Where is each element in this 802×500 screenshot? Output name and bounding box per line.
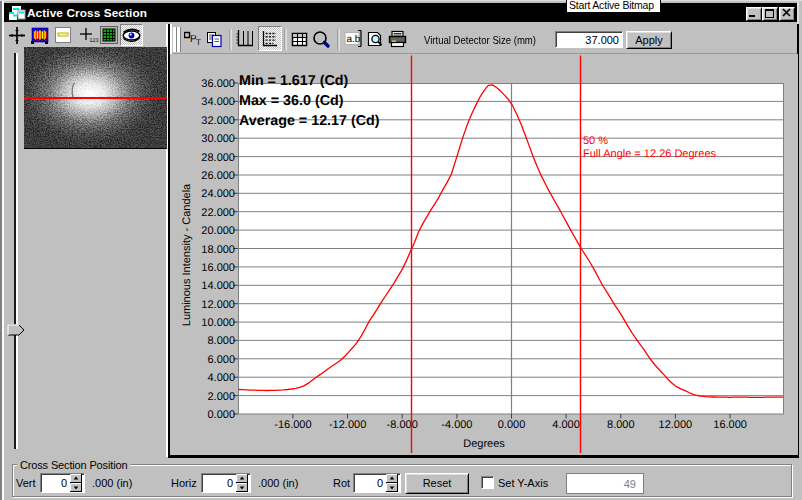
svg-text:2.000: 2.000 bbox=[207, 391, 235, 403]
svg-text:50 %: 50 % bbox=[583, 135, 608, 147]
svg-text:4.000: 4.000 bbox=[207, 372, 235, 384]
svg-text:18.000: 18.000 bbox=[201, 244, 235, 256]
svg-text:Luminous Intensity - Candela: Luminous Intensity - Candela bbox=[181, 183, 193, 326]
svg-text:123: 123 bbox=[90, 38, 99, 44]
svg-text:Average = 12.17 (Cd): Average = 12.17 (Cd) bbox=[239, 113, 380, 129]
svg-text:T: T bbox=[196, 38, 201, 47]
svg-text:20.000: 20.000 bbox=[201, 225, 235, 237]
svg-text:0.000: 0.000 bbox=[207, 409, 235, 421]
svg-text:Max = 36.0 (Cd): Max = 36.0 (Cd) bbox=[239, 93, 344, 109]
svg-text:34.000: 34.000 bbox=[201, 96, 235, 108]
svg-text:26.000: 26.000 bbox=[201, 170, 235, 182]
svg-text:4.000: 4.000 bbox=[552, 419, 580, 431]
svg-text:16.000: 16.000 bbox=[201, 262, 235, 274]
svg-text:16.000: 16.000 bbox=[713, 419, 747, 431]
svg-text:14.000: 14.000 bbox=[201, 280, 235, 292]
svg-text:a.b: a.b bbox=[347, 34, 361, 45]
svg-text:24.000: 24.000 bbox=[201, 188, 235, 200]
svg-text:-4.000: -4.000 bbox=[441, 419, 472, 431]
svg-text:12.000: 12.000 bbox=[201, 299, 235, 311]
svg-text:10.000: 10.000 bbox=[201, 317, 235, 329]
svg-text:-16.000: -16.000 bbox=[274, 419, 311, 431]
svg-text:36.000: 36.000 bbox=[201, 78, 235, 90]
svg-text:-12.000: -12.000 bbox=[329, 419, 366, 431]
svg-text:30.000: 30.000 bbox=[201, 133, 235, 145]
svg-text:Full Angle = 12.26 Degrees: Full Angle = 12.26 Degrees bbox=[583, 148, 717, 160]
svg-text:Min = 1.617 (Cd): Min = 1.617 (Cd) bbox=[239, 73, 348, 89]
svg-text:Degrees: Degrees bbox=[463, 438, 505, 450]
svg-text:0.000: 0.000 bbox=[498, 419, 526, 431]
svg-text:8.000: 8.000 bbox=[207, 335, 235, 347]
svg-text:22.000: 22.000 bbox=[201, 207, 235, 219]
svg-text:32.000: 32.000 bbox=[201, 115, 235, 127]
svg-text:6.000: 6.000 bbox=[207, 354, 235, 366]
svg-text:8.000: 8.000 bbox=[607, 419, 635, 431]
svg-text:28.000: 28.000 bbox=[201, 152, 235, 164]
svg-text:12.000: 12.000 bbox=[659, 419, 693, 431]
svg-text:-8.000: -8.000 bbox=[387, 419, 418, 431]
